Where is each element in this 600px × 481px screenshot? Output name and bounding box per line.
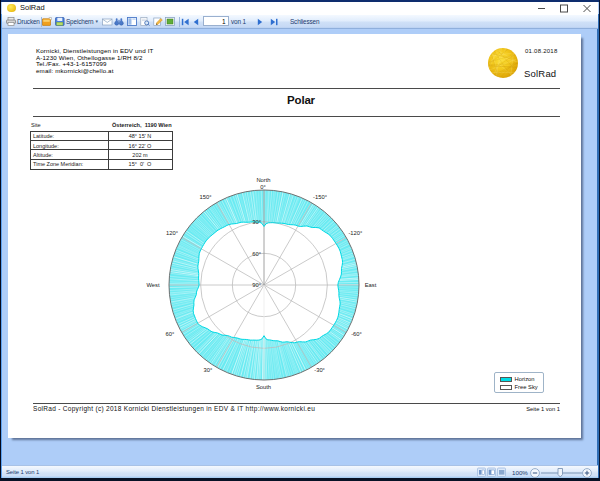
svg-text:90°: 90° bbox=[252, 282, 261, 288]
svg-text:South: South bbox=[256, 384, 271, 390]
svg-text:60°: 60° bbox=[252, 251, 261, 257]
svg-text:30°: 30° bbox=[204, 367, 213, 373]
svg-text:0°: 0° bbox=[260, 184, 266, 190]
svg-text:-30°: -30° bbox=[314, 367, 325, 373]
svg-text:60°: 60° bbox=[166, 331, 175, 337]
svg-text:-150°: -150° bbox=[313, 194, 327, 200]
svg-text:-120°: -120° bbox=[348, 230, 362, 236]
svg-text:North: North bbox=[256, 177, 270, 183]
svg-text:-60°: -60° bbox=[351, 331, 362, 337]
svg-text:East: East bbox=[365, 282, 377, 288]
svg-text:150°: 150° bbox=[200, 194, 212, 200]
svg-text:West: West bbox=[146, 282, 159, 288]
svg-text:120°: 120° bbox=[166, 230, 178, 236]
svg-text:30°: 30° bbox=[252, 219, 261, 225]
